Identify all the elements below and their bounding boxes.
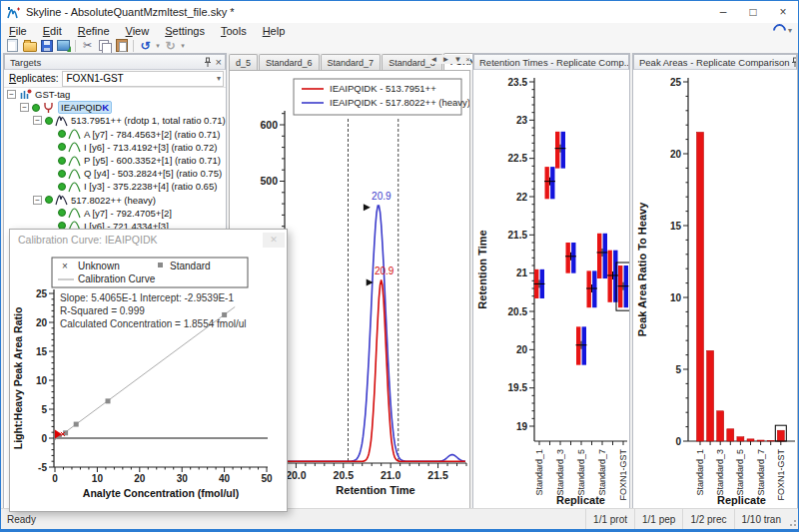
- tree-item-transition[interactable]: A [y7] - 792.4705+[2]: [4, 207, 226, 220]
- pin-icon[interactable]: [790, 57, 798, 68]
- tree-item-peptide[interactable]: −IEAIPQIDK: [4, 101, 226, 114]
- tab-d_5[interactable]: d_5: [229, 54, 258, 70]
- collapse-node-icon[interactable]: −: [33, 116, 42, 125]
- pin-icon[interactable]: [203, 57, 213, 68]
- scroll-tabs-left-icon[interactable]: ◄: [430, 55, 438, 64]
- data-status-dot-icon: [58, 170, 66, 178]
- close-panel-icon[interactable]: ×: [216, 57, 222, 68]
- transition-icon: [68, 207, 81, 219]
- retention-times-chart[interactable]: 1919.52020.52121.52222.52323.5Standard_1…: [473, 70, 629, 510]
- svg-text:20.5: 20.5: [334, 469, 355, 481]
- svg-text:10: 10: [36, 375, 48, 386]
- svg-text:20.9: 20.9: [372, 191, 392, 202]
- tab-standard_7[interactable]: Standard_7: [321, 54, 382, 70]
- minimize-button[interactable]: –: [708, 1, 738, 23]
- close-tab-icon[interactable]: ×: [465, 55, 470, 64]
- close-button[interactable]: ×: [768, 1, 798, 23]
- redo-icon[interactable]: ↻: [162, 38, 179, 53]
- svg-text:Standard_7: Standard_7: [756, 449, 766, 496]
- svg-text:Standard_1: Standard_1: [534, 449, 544, 496]
- svg-text:0: 0: [675, 436, 681, 447]
- svg-text:20.9: 20.9: [375, 266, 395, 276]
- svg-text:R-Squared = 0.999: R-Squared = 0.999: [60, 305, 145, 316]
- svg-text:22.5: 22.5: [508, 153, 528, 164]
- save-icon[interactable]: [38, 38, 55, 53]
- heavy-residue: K: [102, 102, 109, 113]
- svg-text:Analyte Concentration (fmol/ul: Analyte Concentration (fmol/ul): [83, 487, 239, 499]
- svg-text:10: 10: [670, 292, 682, 303]
- menu-help[interactable]: Help: [255, 25, 294, 37]
- new-document-icon[interactable]: [4, 38, 21, 53]
- tab-standard_6[interactable]: Standard_6: [259, 54, 320, 70]
- collapse-node-icon[interactable]: −: [7, 90, 16, 99]
- svg-text:FOXN1-GST: FOXN1-GST: [618, 449, 628, 501]
- transition-icon: [68, 155, 81, 167]
- tree-item-transition[interactable]: P [y5] - 600.3352+[1] (ratio 0.71): [4, 154, 226, 167]
- paste-icon[interactable]: [113, 38, 130, 53]
- title-bar: Skyline - AbsoluteQuantMzmltest_file.sky…: [1, 1, 798, 23]
- menu-tools[interactable]: Tools: [213, 25, 255, 37]
- undo-dropdown-icon[interactable]: ▾: [154, 42, 162, 50]
- data-status-dot-icon: [58, 130, 66, 138]
- transition-icon: [68, 128, 81, 140]
- tree-item-transition[interactable]: A [y7] - 784.4563+[2] (ratio 0.71): [4, 128, 226, 141]
- undo-icon[interactable]: ↺: [137, 38, 154, 53]
- svg-text:19.5: 19.5: [508, 382, 528, 393]
- tree-item-protein[interactable]: −GST-tag: [4, 88, 226, 101]
- tree-item-label: I [y3] - 375.2238+[4] (ratio 0.65): [84, 181, 217, 192]
- maximize-button[interactable]: □: [738, 1, 768, 23]
- replicates-value: FOXN1-GST: [66, 73, 123, 84]
- tree-item-precursor[interactable]: −517.8022++ (heavy): [4, 194, 226, 207]
- svg-text:21: 21: [516, 267, 528, 278]
- calibration-chart[interactable]: -5051015202501020304050Analyte Concentra…: [10, 250, 285, 509]
- tree-item-transition[interactable]: Q [y4] - 503.2824+[5] (ratio 0.75): [4, 167, 226, 180]
- data-status-dot-icon: [58, 157, 66, 165]
- status-message: Ready: [1, 514, 36, 525]
- skyline-window: Skyline - AbsoluteQuantMzmltest_file.sky…: [0, 0, 799, 532]
- svg-text:Retention Time: Retention Time: [336, 484, 414, 496]
- svg-text:40: 40: [219, 473, 231, 484]
- cut-icon[interactable]: ✂: [79, 38, 96, 53]
- svg-text:15: 15: [36, 346, 48, 357]
- svg-text:-5: -5: [38, 462, 47, 473]
- tree-item-label: 513.7951++ (rdotp 1, total ratio 0.71): [71, 115, 226, 126]
- chevron-down-icon: ▾: [217, 74, 221, 83]
- tab-list-icon[interactable]: ▼: [453, 55, 461, 64]
- window-title: Skyline - AbsoluteQuantMzmltest_file.sky…: [26, 6, 234, 18]
- toolbar-separator: [75, 40, 76, 52]
- collapse-node-icon[interactable]: −: [20, 103, 29, 112]
- svg-text:IEAIPQIDK - 517.8022++ (heavy): IEAIPQIDK - 517.8022++ (heavy): [330, 97, 469, 108]
- targets-header: Targets ×: [4, 54, 226, 70]
- collapse-node-icon[interactable]: −: [33, 196, 42, 205]
- import-results-icon[interactable]: [55, 38, 72, 53]
- svg-text:×: ×: [62, 261, 68, 271]
- menu-settings[interactable]: Settings: [157, 25, 213, 37]
- svg-text:Calculated Concentration = 1.8: Calculated Concentration = 1.8554 fmol/u…: [60, 318, 247, 329]
- menu-view[interactable]: View: [118, 25, 158, 37]
- tree-item-label: I [y6] - 713.4192+[3] (ratio 0.72): [84, 142, 217, 153]
- close-window-icon[interactable]: ✕: [263, 233, 285, 248]
- toolbar-separator: [133, 40, 134, 52]
- menu-refine[interactable]: Refine: [70, 25, 118, 37]
- tree-item-transition[interactable]: I [y3] - 375.2238+[4] (ratio 0.65): [4, 180, 226, 193]
- panorama-upload-icon[interactable]: ▾: [773, 24, 792, 37]
- resize-grip[interactable]: [788, 509, 798, 529]
- peak-areas-chart[interactable]: 0510152025Standard_1Standard_3Standard_5…: [633, 70, 797, 510]
- replicates-combobox[interactable]: FOXN1-GST ▾: [62, 71, 224, 87]
- tree-item-precursor[interactable]: −513.7951++ (rdotp 1, total ratio 0.71): [4, 114, 226, 127]
- scroll-tabs-right-icon[interactable]: ►: [441, 55, 449, 64]
- calibration-title-bar[interactable]: Calibration Curve: IEAIPQIDK ✕: [10, 230, 287, 250]
- menu-edit[interactable]: Edit: [35, 25, 70, 37]
- svg-text:Unknown: Unknown: [78, 261, 120, 271]
- data-status-dot-icon: [58, 143, 66, 151]
- redo-dropdown-icon[interactable]: ▾: [179, 42, 187, 50]
- tree-item-label: Q [y4] - 503.2824+[5] (ratio 0.75): [84, 168, 222, 179]
- open-file-icon[interactable]: [21, 38, 38, 53]
- tree-item-transition[interactable]: I [y6] - 713.4192+[3] (ratio 0.72): [4, 141, 226, 154]
- svg-text:Replicate: Replicate: [556, 494, 605, 506]
- svg-text:21.5: 21.5: [427, 469, 448, 481]
- svg-text:Standard_7: Standard_7: [597, 449, 607, 496]
- menu-file[interactable]: File: [1, 25, 35, 37]
- copy-icon[interactable]: [96, 38, 113, 53]
- precursor-icon: [55, 194, 68, 206]
